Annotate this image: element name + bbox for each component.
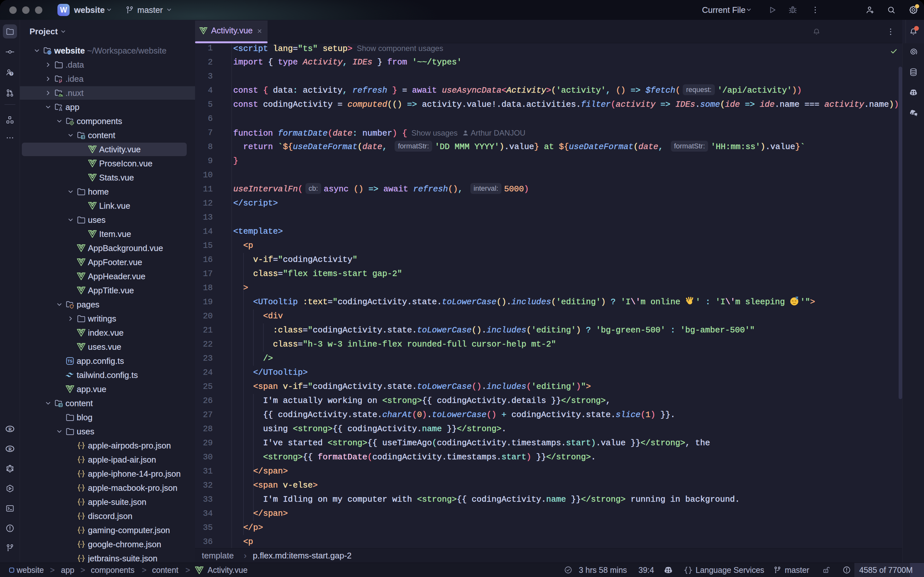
svg-text:IJ: IJ <box>59 79 62 83</box>
